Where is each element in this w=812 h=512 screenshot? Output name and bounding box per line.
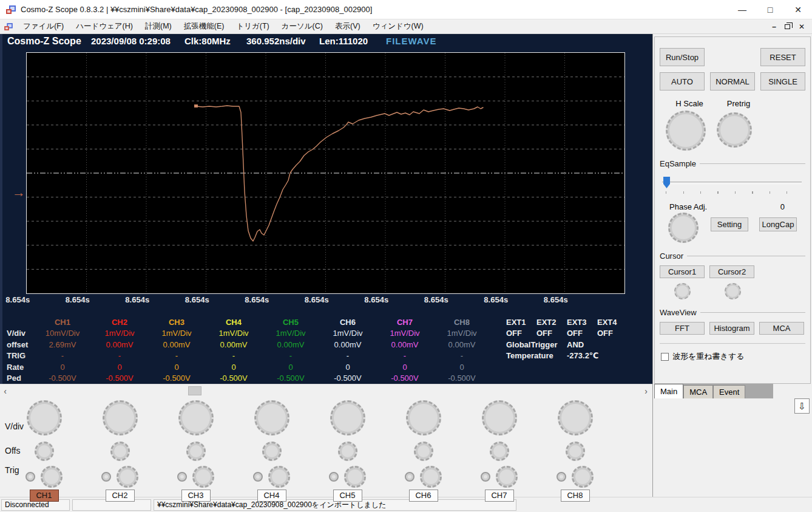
channel-knob-column: CH7 xyxy=(461,397,537,502)
title-bar: Cosmo-Z Scope 0.8.3.2 | ¥¥cszmini¥Share¥… xyxy=(0,0,812,19)
longcap-button[interactable]: LongCap xyxy=(759,217,797,231)
close-icon[interactable]: ✕ xyxy=(784,0,812,19)
fft-button[interactable]: FFT xyxy=(660,322,705,335)
run-stop-button[interactable]: Run/Stop xyxy=(660,48,705,66)
trigger-led-indicator xyxy=(101,472,111,482)
menu-item[interactable]: 計測(M) xyxy=(139,19,178,33)
setting-button[interactable]: Setting xyxy=(711,217,748,231)
offset-knob[interactable] xyxy=(338,442,357,461)
channel-vdiv-value: 1mV/Div xyxy=(376,328,433,339)
vdiv-knob[interactable] xyxy=(103,400,138,435)
eqsample-slider-ticks xyxy=(666,191,799,194)
channel-select-button[interactable]: CH8 xyxy=(561,490,590,502)
channel-rate-value: 0 xyxy=(319,362,376,373)
channel-select-button[interactable]: CH4 xyxy=(257,490,286,502)
channel-offset-value: 0.00mV xyxy=(148,340,205,350)
trigger-knob[interactable] xyxy=(268,466,290,488)
histogram-button[interactable]: Histogram xyxy=(709,322,754,335)
trigger-knob[interactable] xyxy=(496,466,518,488)
vdiv-knob[interactable] xyxy=(330,400,365,435)
menu-item[interactable]: カーソル(C) xyxy=(276,19,329,33)
menu-item[interactable]: 拡張機能(E) xyxy=(178,19,231,33)
maximize-icon[interactable]: □ xyxy=(756,0,784,19)
auto-button[interactable]: AUTO xyxy=(660,72,705,90)
offset-knob[interactable] xyxy=(35,442,54,461)
phase-adj-knob[interactable] xyxy=(668,213,699,243)
channel-column: CH3 1mV/Div 0.00mV - 0 -0.500V xyxy=(148,317,205,384)
single-button[interactable]: SINGLE xyxy=(760,72,805,90)
vdiv-knob[interactable] xyxy=(27,400,62,435)
offset-knob[interactable] xyxy=(566,442,585,461)
channel-knob-column: CH6 xyxy=(385,397,461,502)
menu-item[interactable]: トリガ(T) xyxy=(230,19,275,33)
scrollbar-thumb[interactable] xyxy=(188,386,201,395)
trigger-led-indicator xyxy=(25,472,35,482)
menu-bar: ファイル(F)ハードウェア(H)計測(M)拡張機能(E)トリガ(T)カーソル(C… xyxy=(0,19,812,34)
global-trigger-value: AND xyxy=(567,340,597,350)
tab-event[interactable]: Event xyxy=(713,385,745,398)
trigger-led-indicator xyxy=(177,472,187,482)
trigger-knob[interactable] xyxy=(192,466,214,488)
vdiv-knob[interactable] xyxy=(482,400,517,435)
channel-select-button[interactable]: CH3 xyxy=(181,490,211,502)
vdiv-knob[interactable] xyxy=(178,400,214,435)
channel-knob-column: CH8 xyxy=(537,397,613,502)
offset-knob[interactable] xyxy=(490,442,509,461)
vdiv-knob[interactable] xyxy=(558,400,593,435)
scroll-left-icon[interactable]: ‹ xyxy=(0,386,10,396)
mdi-close-icon[interactable]: ✕ xyxy=(799,23,805,30)
channel-select-button[interactable]: CH2 xyxy=(106,490,135,502)
trigger-knob[interactable] xyxy=(344,466,366,488)
menu-item[interactable]: 表示(V) xyxy=(329,19,367,33)
temperature-label: Temperature xyxy=(506,350,567,361)
reset-button[interactable]: RESET xyxy=(760,48,805,66)
waveform-plot[interactable] xyxy=(26,52,625,294)
trigger-knob[interactable] xyxy=(572,466,594,488)
channel-vdiv-value: 10mV/Div xyxy=(34,328,91,339)
trigger-level-arrow-icon[interactable]: → xyxy=(12,186,25,199)
minimize-icon[interactable]: — xyxy=(728,0,756,19)
channel-select-button[interactable]: CH6 xyxy=(409,490,438,502)
h-scale-knob[interactable] xyxy=(666,111,706,151)
menu-item[interactable]: ハードウェア(H) xyxy=(70,19,139,33)
pretrig-knob[interactable] xyxy=(717,112,752,148)
trigger-led-indicator xyxy=(405,472,414,482)
offset-knob[interactable] xyxy=(262,442,282,461)
trigger-knob[interactable] xyxy=(117,466,138,488)
offset-knob[interactable] xyxy=(186,442,206,461)
channel-readout-table: V/div offset TRIG Rate Ped CH1 10mV/Div … xyxy=(2,317,652,384)
scroll-right-icon[interactable]: › xyxy=(641,386,651,396)
trigger-knob[interactable] xyxy=(41,466,63,488)
mdi-restore-icon[interactable] xyxy=(785,24,790,29)
channel-ped-value: -0.500V xyxy=(262,373,319,384)
tab-main[interactable]: Main xyxy=(654,384,683,398)
normal-button[interactable]: NORMAL xyxy=(710,72,755,90)
channel-select-button[interactable]: CH7 xyxy=(485,490,514,502)
eqsample-slider-thumb[interactable] xyxy=(663,177,670,188)
vdiv-knob[interactable] xyxy=(406,400,441,435)
panel-down-arrow-button[interactable]: ⇩ xyxy=(794,398,810,414)
overlay-waveform-checkbox[interactable] xyxy=(661,353,669,361)
channel-ped-value: -0.500V xyxy=(205,373,262,384)
mdi-minimize-icon[interactable]: – xyxy=(772,23,776,30)
cursor1-button[interactable]: Cursor1 xyxy=(660,265,705,278)
eqsample-slider-track[interactable] xyxy=(662,182,802,184)
channel-name: CH7 xyxy=(376,317,433,328)
mca-button[interactable]: MCA xyxy=(759,322,804,335)
knob-row-label-trig: Trig xyxy=(5,465,19,475)
menu-item[interactable]: ファイル(F) xyxy=(17,19,70,33)
x-axis-tick-label: 8.654s xyxy=(466,295,526,304)
cursor2-button[interactable]: Cursor2 xyxy=(709,265,754,278)
cursor2-knob[interactable] xyxy=(725,283,741,299)
channel-select-button[interactable]: CH1 xyxy=(30,490,59,502)
menu-item[interactable]: ウィンドウ(W) xyxy=(367,19,430,33)
offset-knob[interactable] xyxy=(414,442,433,461)
offset-knob[interactable] xyxy=(110,442,130,461)
tab-mca[interactable]: MCA xyxy=(683,385,713,398)
trigger-knob[interactable] xyxy=(420,466,442,488)
cursor1-knob[interactable] xyxy=(674,283,691,299)
channel-offset-value: 0.00mV xyxy=(433,340,490,350)
view-tab-strip: Main MCA Event xyxy=(654,384,773,398)
vdiv-knob[interactable] xyxy=(254,400,289,435)
channel-select-button[interactable]: CH5 xyxy=(333,490,362,502)
